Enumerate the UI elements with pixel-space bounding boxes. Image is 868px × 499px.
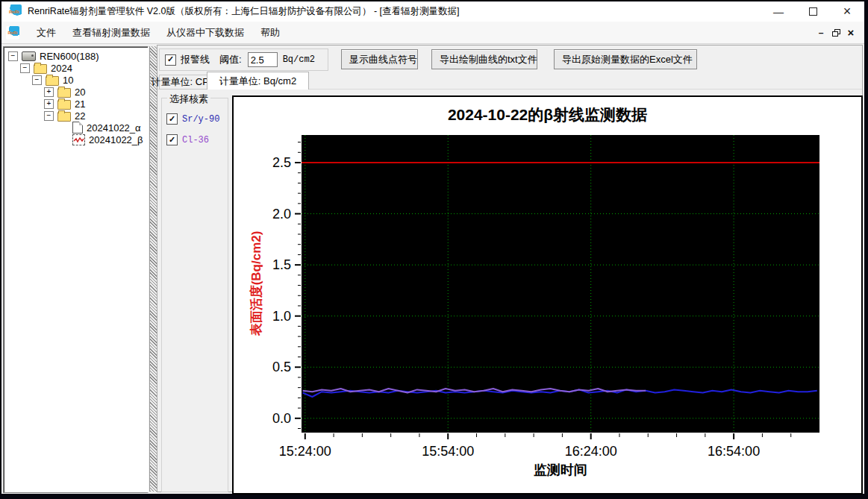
menu-download-from-instrument[interactable]: 从仪器中下载数据 bbox=[158, 22, 252, 43]
tree-collapse-icon[interactable] bbox=[20, 63, 30, 73]
svg-text:16:24:00: 16:24:00 bbox=[565, 444, 617, 459]
svg-text:2.0: 2.0 bbox=[272, 207, 291, 222]
tree-item-2024[interactable]: 2024 bbox=[4, 62, 148, 74]
tree-item-20241022-beta[interactable]: 20241022_β bbox=[4, 134, 148, 145]
tree-collapse-icon[interactable] bbox=[8, 51, 18, 61]
threshold-input[interactable] bbox=[248, 52, 278, 67]
folder-icon bbox=[57, 88, 71, 98]
tree-collapse-icon[interactable] bbox=[32, 75, 42, 85]
tree-expand-icon[interactable] bbox=[44, 87, 54, 97]
tree-collapse-icon[interactable] bbox=[44, 111, 54, 121]
threshold-unit: Bq/cm2 bbox=[283, 54, 315, 65]
tree-item-20241022-alpha[interactable]: 20241022_α bbox=[4, 122, 148, 134]
nuclide-checkbox-sr-y-90[interactable] bbox=[166, 113, 178, 125]
maximize-icon bbox=[809, 7, 817, 16]
device-tree: REN600(188) 2024 10 20 21 bbox=[3, 46, 149, 493]
tree-item-ren600[interactable]: REN600(188) bbox=[4, 50, 148, 62]
chart-title: 2024-10-22的β射线监测数据 bbox=[234, 104, 861, 125]
maximize-button[interactable] bbox=[796, 1, 830, 22]
threshold-label: 阈值: bbox=[219, 53, 242, 66]
folder-icon bbox=[57, 100, 71, 110]
menu-view-measurement-data[interactable]: 查看辐射测量数据 bbox=[64, 22, 158, 43]
device-icon bbox=[22, 51, 36, 61]
close-button[interactable]: × bbox=[830, 1, 864, 22]
nuclide-row-sr-y-90: Sr/y-90 bbox=[166, 113, 219, 125]
show-curve-points-button[interactable]: 显示曲线点符号 bbox=[341, 49, 418, 69]
tab-unit-bqcm2[interactable]: 计量单位: Bq/cm2 bbox=[207, 72, 309, 90]
mdi-restore-button[interactable] bbox=[828, 25, 843, 40]
tree-item-22[interactable]: 22 bbox=[4, 110, 148, 122]
alarm-line-label: 报警线 bbox=[181, 53, 210, 66]
app-window: RnRi RenriRate辐射剂量管理软件 V2.0版（版权所有：上海仁日辐射… bbox=[1, 1, 864, 494]
chart-plot-area: 0.00.51.01.52.02.515:24:0015:54:0016:24:… bbox=[234, 97, 861, 493]
svg-text:16:54:00: 16:54:00 bbox=[708, 444, 760, 459]
alarm-line-group: 报警线 阈值: Bq/cm2 bbox=[159, 48, 328, 71]
mdi-close-button[interactable]: × bbox=[843, 25, 858, 40]
tree-expand-icon[interactable] bbox=[44, 99, 54, 109]
restore-icon bbox=[832, 29, 840, 37]
folder-icon bbox=[34, 64, 47, 74]
tree-item-10[interactable]: 10 bbox=[4, 74, 148, 86]
monitoring-chart: 0.00.51.01.52.02.515:24:0015:54:0016:24:… bbox=[232, 95, 863, 495]
menu-help[interactable]: 帮助 bbox=[252, 22, 288, 43]
title-bar: RnRi RenriRate辐射剂量管理软件 V2.0版（版权所有：上海仁日辐射… bbox=[1, 1, 864, 22]
svg-text:0.5: 0.5 bbox=[272, 360, 291, 374]
menu-file[interactable]: 文件 bbox=[28, 22, 64, 43]
alarm-line-checkbox[interactable] bbox=[165, 54, 176, 66]
beta-chart-icon bbox=[72, 134, 85, 145]
minimize-button[interactable]: — bbox=[761, 1, 796, 22]
export-txt-button[interactable]: 导出绘制曲线的txt文件 bbox=[431, 49, 537, 69]
svg-text:15:54:00: 15:54:00 bbox=[422, 444, 474, 459]
document-icon bbox=[72, 122, 83, 134]
nuclide-checkbox-cl-36[interactable] bbox=[166, 134, 178, 145]
folder-icon bbox=[57, 112, 71, 122]
nuclide-selection-group: 选择核素 Sr/y-90 Cl-36 bbox=[161, 98, 228, 492]
export-excel-button[interactable]: 导出原始测量数据的Excel文件 bbox=[554, 49, 697, 69]
svg-text:0.0: 0.0 bbox=[272, 411, 291, 426]
svg-text:1.0: 1.0 bbox=[272, 309, 291, 324]
mdi-child-icon: RnRi bbox=[6, 26, 19, 40]
client-area: REN600(188) 2024 10 20 21 bbox=[1, 44, 864, 494]
svg-text:2.5: 2.5 bbox=[272, 155, 291, 170]
mdi-minimize-button[interactable]: – bbox=[814, 25, 828, 40]
svg-text:15:24:00: 15:24:00 bbox=[279, 444, 331, 459]
window-title: RenriRate辐射剂量管理软件 V2.0版（版权所有：上海仁日辐射防护设备有… bbox=[28, 5, 460, 18]
nuclide-row-cl-36: Cl-36 bbox=[166, 134, 209, 145]
tab-unit-cps[interactable]: 计量单位: CPS bbox=[159, 75, 207, 90]
app-logo-icon: RnRi bbox=[7, 4, 22, 19]
chart-y-axis-label: 表面活度(Bq/cm2) bbox=[248, 231, 265, 336]
measurement-panel: 报警线 阈值: Bq/cm2 显示曲线点符号 导出绘制曲线的txt文件 导出原始… bbox=[157, 45, 863, 492]
tree-item-21[interactable]: 21 bbox=[4, 98, 148, 110]
tree-item-20[interactable]: 20 bbox=[4, 86, 148, 98]
chart-x-axis-label: 监测时间 bbox=[534, 461, 587, 479]
folder-icon bbox=[46, 76, 59, 86]
svg-text:1.5: 1.5 bbox=[272, 257, 291, 272]
menu-bar: RnRi 文件 查看辐射测量数据 从仪器中下载数据 帮助 – × bbox=[1, 22, 864, 44]
nuclide-group-title: 选择核素 bbox=[167, 92, 210, 106]
